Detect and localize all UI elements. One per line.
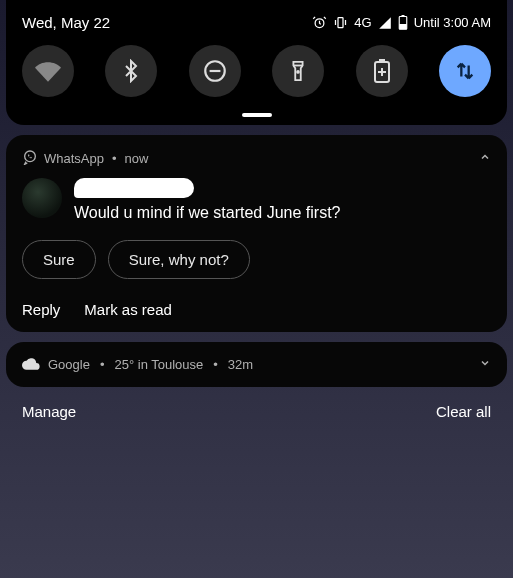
google-weather-notification[interactable]: Google • 25° in Toulouse • 32m [6,342,507,387]
smart-reply-chip[interactable]: Sure, why not? [108,240,250,279]
weather-summary: 25° in Toulouse [114,357,203,372]
weather-app-name: Google [48,357,90,372]
clear-all-button[interactable]: Clear all [436,403,491,420]
qs-data-swap-tile[interactable] [439,45,491,97]
notification-app-name: WhatsApp [44,151,104,166]
notification-body: Would u mind if we started June first? [22,178,491,222]
network-label: 4G [354,15,371,30]
sender-name-redacted [74,178,194,198]
qs-flashlight-tile[interactable] [272,45,324,97]
separator-dot: • [100,357,105,372]
expand-icon[interactable] [479,357,491,372]
qs-bluetooth-tile[interactable] [105,45,157,97]
shade-drag-handle[interactable] [242,113,272,117]
whatsapp-icon [22,149,38,168]
status-bar: Wed, May 22 4G Until 3:00 AM [16,12,497,41]
notification-header: WhatsApp • now [22,149,491,168]
vibrate-icon [333,15,348,30]
shade-footer: Manage Clear all [0,387,513,420]
alarm-icon [312,15,327,30]
status-icons: 4G Until 3:00 AM [312,15,491,30]
smart-reply-chip[interactable]: Sure [22,240,96,279]
dnd-until-label: Until 3:00 AM [414,15,491,30]
svg-point-6 [297,71,299,73]
svg-rect-8 [379,59,385,62]
qs-battery-saver-tile[interactable] [356,45,408,97]
notification-actions: Reply Mark as read [22,301,491,318]
weather-age: 32m [228,357,253,372]
svg-rect-3 [401,15,404,17]
smart-reply-row: Sure Sure, why not? [22,240,491,279]
whatsapp-notification[interactable]: WhatsApp • now Would u mind if we starte… [6,135,507,332]
notification-time: now [125,151,149,166]
separator-dot: • [213,357,218,372]
notification-shade: Wed, May 22 4G Until 3:00 AM [6,0,507,125]
swap-icon [454,60,476,82]
battery-icon [398,15,408,30]
separator-dot: • [112,151,117,166]
flashlight-icon [287,58,309,84]
svg-rect-4 [399,24,407,29]
cloud-icon [22,356,40,373]
svg-rect-1 [338,18,343,28]
collapse-icon[interactable] [479,151,491,166]
wifi-icon [35,58,61,84]
signal-icon [378,16,392,30]
quick-settings-row [16,41,497,103]
svg-point-9 [25,151,36,162]
qs-dnd-tile[interactable] [189,45,241,97]
manage-button[interactable]: Manage [22,403,76,420]
bluetooth-icon [119,59,143,83]
mark-as-read-button[interactable]: Mark as read [84,301,172,318]
reply-button[interactable]: Reply [22,301,60,318]
qs-wifi-tile[interactable] [22,45,74,97]
battery-saver-icon [373,58,391,84]
notification-message: Would u mind if we started June first? [74,204,341,222]
dnd-icon [202,58,228,84]
avatar [22,178,62,218]
status-date: Wed, May 22 [22,14,110,31]
